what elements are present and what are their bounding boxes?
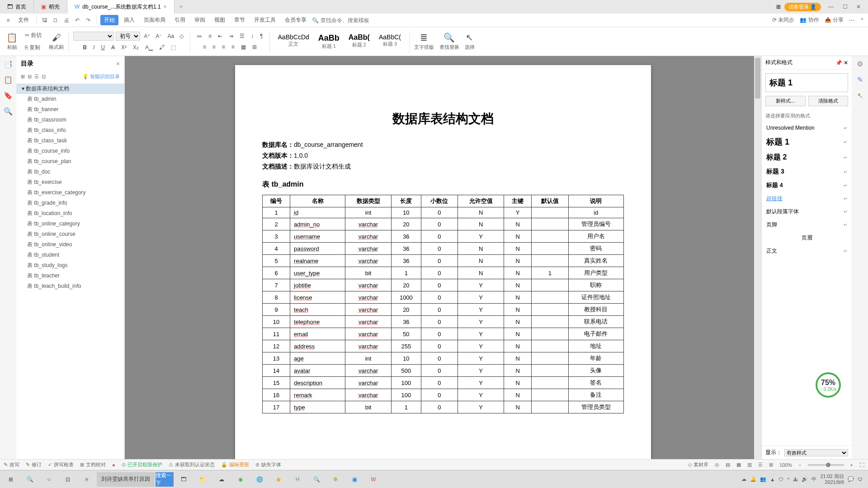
pencil-icon[interactable]: ✎	[857, 75, 863, 84]
zoom-slider[interactable]	[808, 464, 844, 466]
scrollbar-thumb[interactable]	[755, 58, 760, 99]
tray-icon-1[interactable]: ☁	[741, 476, 746, 482]
outline-node[interactable]: 表 tb_doc	[16, 167, 124, 177]
print-icon[interactable]: 🖨	[62, 17, 71, 23]
sb-protected[interactable]: ⊙ 已开启权限保护	[122, 461, 162, 468]
menu-view[interactable]: 视图	[211, 15, 229, 25]
current-style-display[interactable]: 标题 1	[765, 73, 848, 92]
close-tab-icon[interactable]: ×	[164, 4, 167, 10]
search-input[interactable]	[321, 17, 375, 23]
tb-app8-icon[interactable]: ▣	[345, 472, 363, 487]
outline-node[interactable]: 表 tb_classroom	[16, 115, 124, 125]
outline-node[interactable]: 表 tb_class_task	[16, 136, 124, 146]
tb-search-icon[interactable]: 🔍	[21, 472, 39, 487]
collab-button[interactable]: 👥 协作	[800, 16, 819, 24]
style-list-item[interactable]: 标题 3↵	[762, 165, 852, 178]
close-panel-icon[interactable]: ✕	[844, 60, 848, 66]
style-list-item[interactable]: 标题 4↵	[762, 178, 852, 192]
collapse-icon[interactable]: ⊟	[28, 74, 32, 80]
style-list-item[interactable]: 页脚↵	[762, 218, 852, 231]
format-painter-button[interactable]: 🖌格式刷	[46, 31, 66, 52]
outline-node[interactable]: 表 tb_teach_build_info	[16, 281, 124, 291]
tb-app6-icon[interactable]: 🔍	[307, 472, 326, 487]
underline-icon[interactable]: U	[99, 43, 107, 52]
command-search[interactable]: 🔍	[312, 17, 375, 23]
menu-member[interactable]: 会员专享	[281, 15, 310, 25]
numbering-icon[interactable]: ≡	[207, 32, 213, 40]
select-button[interactable]: ↖选择	[462, 30, 477, 52]
tb-app2-icon[interactable]: ☁	[212, 472, 231, 487]
bold-icon[interactable]: B	[81, 43, 89, 52]
tray-icon-4[interactable]: ▲	[770, 477, 775, 482]
unsync-button[interactable]: ⟳ 未同步	[772, 16, 794, 24]
search-panel-icon[interactable]: 🔍	[4, 107, 13, 116]
outline-node[interactable]: 表 tb_online_video	[16, 239, 124, 250]
menu-start[interactable]: 开始	[100, 15, 118, 25]
menu-reference[interactable]: 引用	[171, 15, 189, 25]
cursor-tool-icon[interactable]: ↖	[857, 91, 863, 100]
vertical-scrollbar[interactable]	[754, 56, 761, 459]
highlight-icon[interactable]: 🖍	[157, 43, 166, 52]
clear-format-icon[interactable]: ◇	[178, 32, 185, 40]
chevron-up-icon[interactable]: ⌃	[860, 17, 864, 23]
tb-taskview-icon[interactable]: ⊡	[59, 472, 77, 487]
sb-view4-icon[interactable]: ▥	[747, 462, 752, 468]
tab-document[interactable]: Wdb_course_...系统数据库文档1.1×	[67, 0, 175, 14]
line-spacing-icon[interactable]: ↕	[249, 32, 255, 40]
char-border-icon[interactable]: ⬚	[169, 43, 178, 52]
sb-view5-icon[interactable]: ☰	[758, 462, 763, 468]
tray-icon-2[interactable]: 🔔	[750, 476, 756, 482]
tray-icon-3[interactable]: 👥	[760, 476, 766, 482]
sb-view6-icon[interactable]: ⊞	[769, 462, 773, 468]
gear-icon[interactable]: ⚙	[857, 60, 863, 68]
style-list-item[interactable]: 超链接↵	[762, 192, 852, 205]
tray-icon-5[interactable]: 🛡	[778, 477, 783, 482]
sb-view2-icon[interactable]: ▤	[726, 462, 730, 468]
toc-icon[interactable]: 📑	[4, 60, 13, 68]
minimize-icon[interactable]: —	[825, 4, 837, 10]
smart-toc-button[interactable]: 💡 智能识别目录	[82, 73, 120, 80]
tray-network-icon[interactable]: 🖧	[793, 477, 798, 482]
outline-node[interactable]: 表 tb_course_plan	[16, 156, 124, 167]
sb-view1-icon[interactable]: ◎	[715, 462, 719, 468]
pin-icon[interactable]: 📌	[835, 60, 842, 66]
close-window-icon[interactable]: ✕	[853, 4, 864, 10]
fullscreen-icon[interactable]: ⛶	[859, 462, 864, 468]
tray-chevron-up-icon[interactable]: ^	[787, 477, 789, 482]
text-layout-button[interactable]: ≣文字排版	[411, 30, 437, 52]
menu-page-layout[interactable]: 页面布局	[140, 15, 169, 25]
new-style-button[interactable]: 新样式...	[765, 96, 806, 106]
undo-icon[interactable]: ↶	[73, 17, 82, 23]
clear-format-button[interactable]: 清除格式	[808, 96, 849, 106]
style-list-item[interactable]: 正文↵	[762, 244, 852, 258]
tb-chrome-icon[interactable]: 🌐	[250, 472, 269, 487]
tb-ie-icon[interactable]: e	[78, 472, 96, 487]
close-outline-icon[interactable]: ×	[116, 60, 120, 67]
align-right-icon[interactable]: ≡	[220, 43, 227, 51]
menu-insert[interactable]: 插入	[120, 15, 138, 25]
sb-edit-restricted[interactable]: 🔒 编辑受限	[221, 461, 249, 468]
tb-explorer-icon[interactable]: 📁	[193, 472, 212, 487]
bullets-icon[interactable]: ≔	[195, 32, 204, 40]
cut-button[interactable]: ✂ 剪切	[23, 31, 43, 40]
tray-volume-icon[interactable]: 🔊	[802, 476, 808, 482]
sb-spellcheck[interactable]: ✓ 拼写检查	[48, 461, 74, 468]
tb-app7-icon[interactable]: ✽	[326, 472, 344, 487]
align-dist-icon[interactable]: ☰	[238, 32, 246, 40]
hamburger-icon[interactable]: ≡	[4, 17, 13, 23]
tb-search-button[interactable]: 搜索一下	[156, 472, 174, 487]
share-button[interactable]: 📤 分享	[825, 16, 844, 24]
align-justify-icon[interactable]: ≡	[230, 43, 236, 51]
menu-review[interactable]: 审阅	[191, 15, 209, 25]
tb-app5-icon[interactable]: H	[288, 472, 307, 487]
outline-node[interactable]: 表 tb_location_info	[16, 208, 124, 219]
sb-proofread[interactable]: ⊞ 文档校对	[80, 461, 106, 468]
tab-rice[interactable]: ▣稻壳	[34, 0, 67, 14]
find-replace-button[interactable]: 🔍查找替换	[437, 30, 462, 52]
indent-dec-icon[interactable]: ⇤	[216, 32, 224, 40]
superscript-icon[interactable]: X²	[119, 43, 128, 52]
menu-devtools[interactable]: 开发工具	[250, 15, 279, 25]
show-select[interactable]: 有效样式	[784, 449, 848, 456]
indent-inc-icon[interactable]: ⇥	[227, 32, 235, 40]
tray-ime-icon[interactable]: 中	[811, 476, 816, 483]
